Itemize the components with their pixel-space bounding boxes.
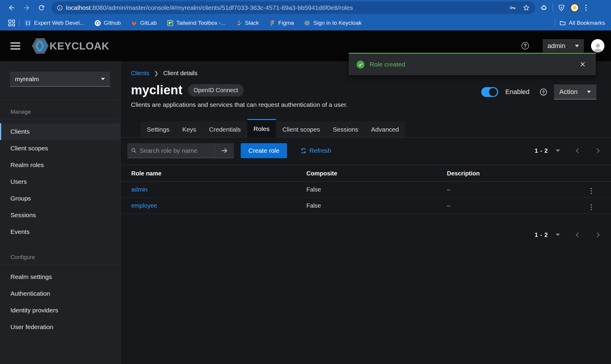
- sidebar-item-client-scopes[interactable]: Client scopes: [0, 140, 120, 157]
- tab-advanced[interactable]: Advanced: [365, 121, 405, 137]
- all-bookmarks-label: All Bookmarks: [569, 20, 605, 26]
- url-text: localhost:8080/admin/master/console/#/my…: [66, 4, 353, 11]
- tab-credentials[interactable]: Credentials: [203, 121, 247, 137]
- sidebar-item-authentication[interactable]: Authentication: [0, 285, 120, 302]
- address-bar[interactable]: localhost:8080/admin/master/console/#/my…: [51, 1, 535, 14]
- sidebar-item-realm-roles[interactable]: Realm roles: [0, 157, 120, 173]
- bookmark-label: Expert Web Devel...: [34, 20, 84, 26]
- pagination-next-icon[interactable]: [595, 232, 600, 237]
- extension-bolt-icon[interactable]: [558, 4, 565, 11]
- row-actions-kebab-icon[interactable]: [589, 186, 594, 196]
- sidebar-item-events[interactable]: Events: [0, 223, 120, 240]
- pagination-next-icon[interactable]: [595, 148, 600, 153]
- close-icon[interactable]: ✕: [577, 60, 588, 69]
- pagination-options-icon[interactable]: [556, 149, 560, 152]
- screen: localhost:8080/admin/master/console/#/my…: [0, 0, 611, 364]
- bookmark-github[interactable]: GIthub: [95, 20, 121, 26]
- passwords-key-icon[interactable]: [509, 4, 516, 11]
- reload-icon[interactable]: [38, 4, 45, 12]
- forward-icon[interactable]: [23, 4, 30, 12]
- bookmark-label: GitLab: [140, 20, 157, 26]
- refresh-label: Refresh: [309, 147, 331, 154]
- section-divider: [0, 264, 120, 265]
- gitlab-icon: [131, 20, 137, 26]
- sidebar-item-sessions[interactable]: Sessions: [0, 207, 120, 223]
- composite-value: False: [306, 198, 447, 214]
- bookmark-label: Tailwind Toolbox -...: [176, 20, 226, 26]
- bookmark-label: Figma: [278, 20, 294, 26]
- pagination-range[interactable]: 1 - 2: [535, 232, 548, 238]
- success-check-icon: [357, 61, 365, 69]
- browser-toolbar: localhost:8080/admin/master/console/#/my…: [0, 0, 611, 16]
- pagination-range[interactable]: 1 - 2: [535, 147, 548, 154]
- role-link-admin[interactable]: admin: [131, 186, 147, 193]
- tab-settings[interactable]: Settings: [141, 121, 176, 137]
- bookmark-expert-web[interactable]: Expert Web Devel...: [25, 20, 84, 26]
- sidebar-item-groups[interactable]: Groups: [0, 190, 120, 207]
- refresh-icon: [300, 148, 307, 154]
- role-link-employee[interactable]: employee: [131, 202, 157, 209]
- pagination-options-icon[interactable]: [556, 234, 560, 236]
- tailwind-icon: [167, 20, 173, 26]
- pagination-prev-icon[interactable]: [576, 148, 581, 153]
- breadcrumb-separator-icon: ❯: [154, 70, 158, 77]
- bookmark-slack[interactable]: Slack: [236, 20, 259, 26]
- browser-menu-icon[interactable]: [584, 4, 588, 12]
- brand-text: KEYCLOAK: [50, 40, 109, 52]
- row-actions-kebab-icon[interactable]: [589, 202, 594, 212]
- enabled-help-icon[interactable]: ?: [540, 89, 547, 95]
- bookmark-label: Sign in to Keycloak: [313, 20, 362, 26]
- search-submit-button[interactable]: [214, 143, 234, 158]
- toolbar-separator: [553, 4, 553, 12]
- chevron-down-icon: [575, 45, 579, 47]
- toast-title: Role created: [370, 61, 405, 68]
- browser-profile-avatar[interactable]: [570, 3, 579, 13]
- sidebar-item-clients[interactable]: Clients: [0, 123, 120, 140]
- sidebar-item-realm-settings[interactable]: Realm settings: [0, 269, 120, 285]
- bookmark-gitlab[interactable]: GitLab: [131, 20, 157, 26]
- user-menu-dropdown[interactable]: admin: [543, 39, 584, 53]
- refresh-button[interactable]: Refresh: [300, 147, 331, 154]
- tab-roles[interactable]: Roles: [247, 119, 276, 138]
- tab-client-scopes[interactable]: Client scopes: [276, 121, 326, 137]
- bookmark-tailwind[interactable]: Tailwind Toolbox -...: [167, 20, 226, 26]
- bookmark-star-icon[interactable]: [523, 4, 530, 11]
- realm-selector[interactable]: myrealm: [10, 72, 110, 87]
- tab-keys[interactable]: Keys: [176, 121, 203, 137]
- breadcrumb-current: Client details: [163, 70, 198, 77]
- sidebar-item-identity-providers[interactable]: Identity providers: [0, 302, 120, 319]
- back-icon[interactable]: [8, 4, 16, 12]
- pagination-prev-icon[interactable]: [576, 232, 581, 237]
- extensions-icon[interactable]: [541, 4, 548, 11]
- table-row: employee False –: [121, 198, 611, 214]
- sidebar-item-users[interactable]: Users: [0, 173, 120, 190]
- code-brackets-icon: [25, 20, 31, 26]
- composite-value: False: [306, 182, 447, 198]
- pagination-top: 1 - 2: [535, 143, 599, 158]
- bookmarks-bar: Expert Web Devel... GIthub GitLab Tailwi…: [0, 16, 611, 30]
- create-role-button[interactable]: Create role: [241, 143, 287, 158]
- site-info-icon[interactable]: [57, 5, 63, 11]
- enabled-toggle[interactable]: [481, 87, 498, 97]
- section-label: Configure: [10, 254, 120, 260]
- all-bookmarks-button[interactable]: All Bookmarks: [559, 20, 605, 26]
- apps-grid-icon[interactable]: [8, 20, 15, 26]
- breadcrumb-clients-link[interactable]: Clients: [131, 70, 149, 77]
- nav-section-manage: Manage Clients Client scopes Realm roles…: [0, 109, 120, 240]
- help-icon[interactable]: ?: [521, 42, 529, 50]
- sidebar-divider: [0, 100, 120, 100]
- bookmark-keycloak[interactable]: Sign in to Keycloak: [304, 20, 362, 26]
- sidebar-item-user-federation[interactable]: User federation: [0, 319, 120, 335]
- url-host: localhost: [66, 4, 91, 11]
- roles-table: Role name Composite Description admin Fa…: [121, 165, 611, 214]
- search-input[interactable]: [140, 147, 211, 154]
- section-label: Manage: [10, 109, 120, 115]
- user-avatar[interactable]: [591, 39, 604, 53]
- action-dropdown[interactable]: Action: [554, 84, 596, 99]
- tab-sessions[interactable]: Sessions: [327, 121, 365, 137]
- protocol-badge: OpenID Connect: [188, 84, 244, 96]
- bookmark-figma[interactable]: Figma: [269, 20, 294, 26]
- keycloak-logo: KEYCLOAK: [32, 36, 109, 55]
- nav-toggle-icon[interactable]: [10, 42, 20, 50]
- description-value: –: [447, 182, 575, 198]
